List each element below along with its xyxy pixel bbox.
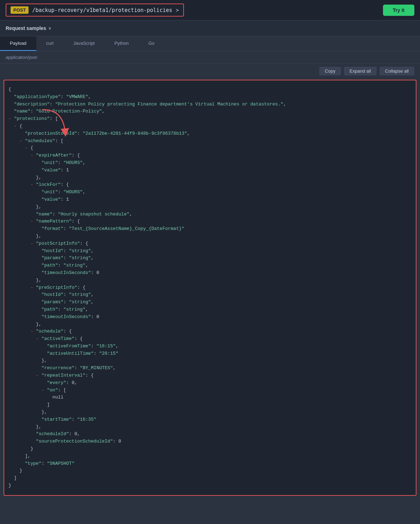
tab-python[interactable]: Python: [105, 36, 138, 51]
request-samples-title: Request samples: [6, 25, 46, 31]
tab-payload[interactable]: Payload: [0, 36, 36, 51]
tab-curl[interactable]: curl: [36, 36, 63, 51]
expand-all-button[interactable]: Expand all: [344, 67, 377, 75]
endpoint-chevron: >: [176, 7, 179, 13]
json-toolbar: Copy Expand all Collapse all: [0, 64, 420, 78]
endpoint-path: /backup-recovery/v1beta1/protection-poli…: [32, 7, 172, 13]
json-container: { "applicationType": "VMWARE", "descript…: [4, 80, 416, 496]
collapse-all-button[interactable]: Collapse all: [379, 67, 414, 75]
method-badge: POST: [11, 6, 29, 14]
tab-javascript[interactable]: JavaScript: [63, 36, 105, 51]
tabs-row: Payload curl JavaScript Python Go: [0, 36, 420, 51]
top-bar: POST /backup-recovery/v1beta1/protection…: [0, 0, 420, 20]
content-type-label: application/json: [6, 55, 37, 60]
content-type-bar: application/json: [0, 51, 420, 64]
copy-button[interactable]: Copy: [319, 67, 341, 75]
try-it-button[interactable]: Try it: [383, 5, 414, 16]
chevron-down-icon: ∨: [48, 26, 51, 31]
tab-go[interactable]: Go: [138, 36, 164, 51]
request-samples-bar[interactable]: Request samples ∨: [0, 20, 420, 36]
json-code: { "applicationType": "VMWARE", "descript…: [8, 86, 412, 489]
endpoint-label: POST /backup-recovery/v1beta1/protection…: [6, 4, 184, 17]
